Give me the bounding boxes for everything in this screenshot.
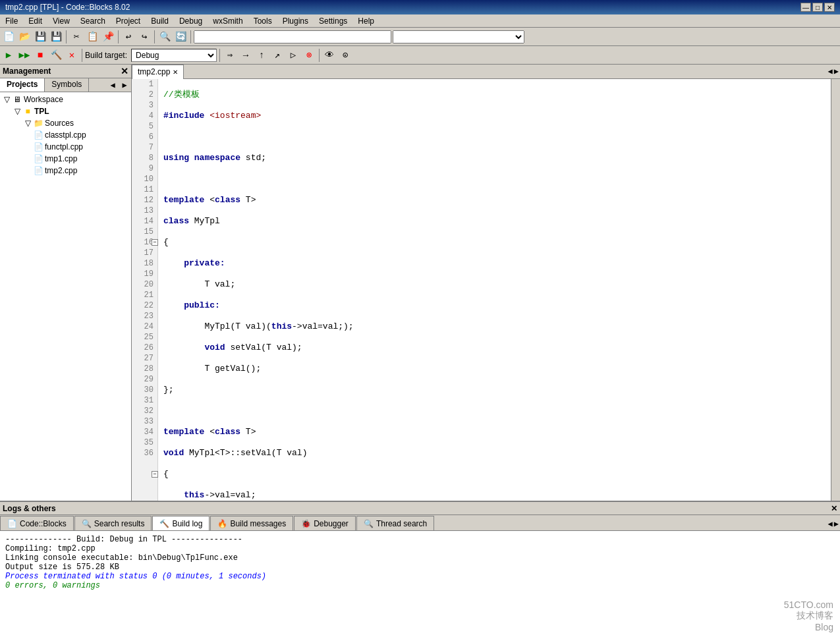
bottom-tab-buildlog[interactable]: 🔨 Build log <box>152 516 210 530</box>
save-button[interactable]: 💾 <box>33 30 47 44</box>
save-all-button[interactable]: 💾 <box>49 30 63 44</box>
open-button[interactable]: 📂 <box>17 30 32 44</box>
workspace-label: Workspace <box>24 95 63 104</box>
copy-button[interactable]: 📋 <box>85 30 99 44</box>
step-over-button[interactable]: → <box>238 48 253 63</box>
search-tab-icon: 🔍 <box>82 519 92 528</box>
bottom-tab-debugger[interactable]: 🐞 Debugger <box>294 516 356 530</box>
build-line5: 0 errors, 0 warnings <box>5 581 835 590</box>
menu-debug[interactable]: Debug <box>174 15 208 27</box>
menu-help[interactable]: Help <box>352 15 379 27</box>
stop-button[interactable]: ■ <box>33 48 47 63</box>
maximize-button[interactable]: □ <box>812 3 823 12</box>
bottom-tab-thread[interactable]: 🔍 Thread search <box>356 516 434 530</box>
title-bar-buttons[interactable]: — □ ✕ <box>800 3 835 12</box>
tab-close-button[interactable]: ✕ <box>173 69 178 76</box>
rebuild-button[interactable]: 🔨 <box>49 48 63 63</box>
sidebar-tabs: Projects Symbols ◀ ▶ <box>0 78 131 92</box>
build-line2: Linking console executable: bin\Debug\Tp… <box>5 553 835 563</box>
menu-search[interactable]: Search <box>75 15 111 27</box>
bottom-panel-title: Logs & others <box>3 504 56 513</box>
menu-view[interactable]: View <box>47 15 75 27</box>
step-out-button[interactable]: ↑ <box>254 48 269 63</box>
thread-tab-label: Thread search <box>376 519 427 528</box>
search-input[interactable] <box>194 30 391 43</box>
abort-button[interactable]: ✕ <box>65 48 79 63</box>
menu-project[interactable]: Project <box>111 15 146 27</box>
tree-item-functpl[interactable]: 📄 functpl.cpp <box>1 141 130 153</box>
functpl-icon: 📄 <box>33 142 43 152</box>
editor-tabs: tmp2.cpp ✕ <box>132 65 184 79</box>
build-separator: -------------- Build: Debug in TPL -----… <box>5 535 835 544</box>
find-button[interactable]: 🔍 <box>157 30 172 44</box>
sidebar-close-button[interactable]: ✕ <box>121 66 128 76</box>
cut-button[interactable]: ✂ <box>69 30 84 44</box>
tpl-toggle[interactable]: ▽ <box>12 107 22 116</box>
bottom-panel-close[interactable]: ✕ <box>831 504 837 513</box>
menu-build[interactable]: Build <box>146 15 174 27</box>
replace-button[interactable]: 🔄 <box>173 30 188 44</box>
workspace-toggle[interactable]: ▽ <box>1 95 12 104</box>
tree-item-classtpl[interactable]: 📄 classtpl.cpp <box>1 129 130 141</box>
code-line-12: MyTpl(T val)(this->val=val;); <box>163 321 826 332</box>
code-line-10: T val; <box>163 279 826 290</box>
sidebar-nav-next[interactable]: ▶ <box>119 80 130 90</box>
bottom-nav-next[interactable]: ▶ <box>834 519 839 529</box>
buildlog-tab-label: Build log <box>172 519 202 528</box>
build-log-content: -------------- Build: Debug in TPL -----… <box>0 531 840 639</box>
redo-button[interactable]: ↪ <box>137 30 152 44</box>
build-target-select[interactable]: Debug <box>131 49 217 62</box>
watches-button[interactable]: 👁 <box>322 48 337 63</box>
menu-settings[interactable]: Settings <box>314 15 352 27</box>
menu-tools[interactable]: Tools <box>248 15 277 27</box>
tree-item-tmp2[interactable]: 📄 tmp2.cpp <box>1 165 130 177</box>
sidebar-title: Management <box>3 67 51 76</box>
toolbar-sep2 <box>118 30 119 43</box>
debug-run-button[interactable]: ▶▶ <box>17 48 32 63</box>
breakpoints-button[interactable]: ⊙ <box>338 48 352 63</box>
paste-button[interactable]: 📌 <box>101 30 115 44</box>
thread-tab-icon: 🔍 <box>364 519 374 528</box>
undo-button[interactable]: ↩ <box>121 30 136 44</box>
close-button[interactable]: ✕ <box>824 3 835 12</box>
run-to-button[interactable]: ↗ <box>270 48 285 63</box>
bottom-tab-search[interactable]: 🔍 Search results <box>74 516 152 530</box>
minimize-button[interactable]: — <box>800 3 811 12</box>
tree-item-workspace[interactable]: ▽ 🖥 Workspace <box>1 94 130 105</box>
editor-tab-label: tmp2.cpp <box>138 67 170 76</box>
tab-nav-next[interactable]: ▶ <box>834 67 839 76</box>
sources-toggle[interactable]: ▽ <box>22 119 33 128</box>
menu-wxsmith[interactable]: wxSmith <box>208 15 248 27</box>
new-file-button[interactable]: 📄 <box>1 30 16 44</box>
toolbar-row2: ▶ ▶▶ ■ 🔨 ✕ Build target: Debug ⇒ → ↑ ↗ ▷… <box>0 46 840 65</box>
bottom-tab-codeblocks[interactable]: 📄 Code::Blocks <box>0 516 74 530</box>
code-line-14: T getVal(); <box>163 364 826 374</box>
code-line-19: −{ <box>163 469 826 480</box>
menu-plugins[interactable]: Plugins <box>277 15 314 27</box>
tree-item-sources[interactable]: ▽ 📁 Sources <box>1 117 130 129</box>
build-target-label: Build target: <box>85 51 127 60</box>
bottom-nav-prev[interactable]: ◀ <box>828 519 833 529</box>
menu-edit[interactable]: Edit <box>23 15 47 27</box>
tab-symbols[interactable]: Symbols <box>45 78 89 92</box>
buildlog-tab-icon: 🔨 <box>159 519 169 528</box>
continue-button[interactable]: ▷ <box>286 48 300 63</box>
toolbar-sep1 <box>66 30 67 43</box>
tab-nav-prev[interactable]: ◀ <box>828 67 833 76</box>
bottom-tab-buildmsg[interactable]: 🔥 Build messages <box>210 516 293 530</box>
search-select[interactable] <box>393 30 524 43</box>
stop-debug-button[interactable]: ⊗ <box>302 48 316 63</box>
tree-item-tpl[interactable]: ▽ ■ TPL <box>1 105 130 117</box>
tab-projects[interactable]: Projects <box>0 78 45 92</box>
menu-file[interactable]: File <box>0 15 23 27</box>
fold-btn-19[interactable]: − <box>152 471 158 478</box>
sidebar-nav-prev[interactable]: ◀ <box>107 80 118 90</box>
toolbar2-sep3 <box>319 49 320 62</box>
toolbar-sep4 <box>190 30 191 43</box>
run-button[interactable]: ▶ <box>1 48 16 63</box>
step-into-button[interactable]: ⇒ <box>223 48 237 63</box>
editor-tab-tmp2[interactable]: tmp2.cpp ✕ <box>132 65 184 79</box>
code-line-16 <box>163 406 826 416</box>
fold-btn-8[interactable]: − <box>152 239 158 246</box>
tree-item-tmp1[interactable]: 📄 tmp1.cpp <box>1 153 130 165</box>
